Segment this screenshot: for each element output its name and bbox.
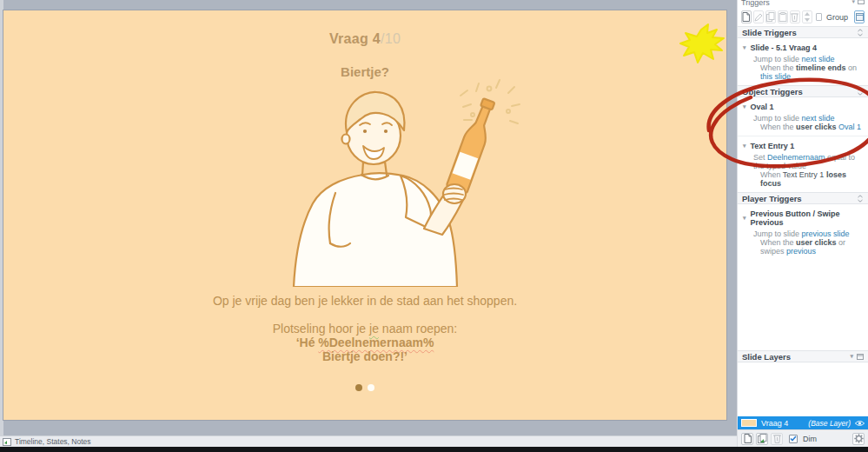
condition-text: When the bbox=[760, 238, 796, 247]
condition-text: When bbox=[760, 170, 783, 179]
check-icon bbox=[790, 435, 797, 442]
action-text: Set bbox=[753, 153, 767, 162]
panel-title-icons: ▾ bbox=[851, 0, 865, 5]
delete-trigger-button[interactable] bbox=[790, 10, 800, 23]
triggers-empty-area bbox=[738, 260, 868, 350]
action-text: Jump to slide bbox=[753, 114, 802, 123]
condition-event: user clicks bbox=[796, 123, 837, 131]
trigger-group-text-entry: ▾ Text Entry 1 Set Deelnemernaam equal t… bbox=[738, 136, 868, 192]
trigger-condition-line[interactable]: When the user clicks Oval 1 bbox=[738, 123, 868, 131]
object-triggers-header-label: Object Triggers bbox=[742, 87, 803, 96]
trigger-action-line[interactable]: Jump to slide previous slide bbox=[738, 229, 868, 238]
reorder-trigger-button[interactable] bbox=[802, 10, 812, 23]
slide-layers-header[interactable]: Slide Layers ▾ bbox=[738, 350, 868, 362]
new-trigger-button[interactable] bbox=[741, 10, 752, 23]
new-layer-button[interactable] bbox=[741, 433, 753, 445]
trigger-group-title-label: Text Entry 1 bbox=[751, 142, 795, 150]
collapse-section-icon[interactable] bbox=[857, 29, 864, 37]
panels-icon bbox=[3, 438, 11, 446]
trigger-action-line[interactable]: Set Deelnemernaam equal to the typed val… bbox=[738, 153, 868, 170]
paste-trigger-button[interactable] bbox=[778, 10, 788, 23]
slide-title-sep: /10 bbox=[381, 31, 401, 46]
chevron-down-icon[interactable]: ▾ bbox=[743, 103, 746, 110]
condition-link[interactable]: previous bbox=[786, 247, 816, 256]
player-triggers-header-label: Player Triggers bbox=[742, 194, 802, 203]
action-link[interactable]: previous slide bbox=[802, 229, 850, 238]
trigger-action-line[interactable]: Jump to slide next slide bbox=[738, 55, 868, 63]
trigger-group-title-label: Slide - 5.1 Vraag 4 bbox=[751, 43, 818, 52]
condition-text: on bbox=[846, 63, 858, 72]
action-text: Jump to slide bbox=[753, 229, 802, 238]
chevron-down-icon[interactable]: ▾ bbox=[743, 44, 746, 51]
panel-dock-icon[interactable] bbox=[857, 354, 864, 360]
condition-object: Text Entry 1 bbox=[783, 170, 826, 179]
triggers-panel: Triggers ▾ Group bbox=[737, 0, 868, 447]
slide-layers-list[interactable] bbox=[738, 362, 868, 416]
panel-title: Triggers bbox=[741, 0, 770, 7]
slide-paragraph-4: Biertje doen?!’ bbox=[3, 349, 726, 363]
panel-title-row: Triggers ▾ bbox=[738, 0, 868, 9]
condition-event: user clicks bbox=[796, 238, 837, 247]
variable-link[interactable]: Deelnemernaam bbox=[767, 153, 825, 162]
trigger-condition-line[interactable]: When the user clicks or swipes previous bbox=[738, 238, 868, 256]
man-with-beer-illustration bbox=[287, 78, 530, 287]
player-triggers-header[interactable]: Player Triggers bbox=[738, 192, 868, 204]
chevron-down-icon[interactable]: ▾ bbox=[851, 0, 855, 5]
trigger-group-title[interactable]: ▾ Text Entry 1 bbox=[738, 140, 868, 153]
group-checkbox[interactable] bbox=[816, 13, 822, 21]
condition-text: When the bbox=[760, 63, 796, 72]
panel-dock-icon[interactable] bbox=[858, 0, 865, 4]
object-triggers-header[interactable]: Object Triggers bbox=[738, 85, 868, 97]
slide-canvas[interactable]: Vraag 4/10 Biertje? bbox=[3, 10, 726, 420]
p3-text: ‘Hé bbox=[296, 336, 319, 349]
trigger-group-title[interactable]: ▾ Oval 1 bbox=[738, 101, 868, 114]
trigger-toolbar: Group bbox=[738, 9, 868, 26]
slide-paragraph-2: Plotseling hoor je je naam roepen: bbox=[3, 322, 726, 336]
trigger-view-toggle-button[interactable] bbox=[854, 10, 865, 23]
pagination-dot-2[interactable] bbox=[368, 384, 374, 391]
trigger-group-title-label: Previous Button / Swipe Previous bbox=[751, 209, 868, 227]
p2-text: Plotseling hoor je bbox=[273, 322, 369, 336]
slide-layers-toolbar: Dim bbox=[738, 429, 868, 447]
condition-event: timeline ends bbox=[796, 63, 846, 72]
trigger-group-title[interactable]: ▾ Slide - 5.1 Vraag 4 bbox=[738, 42, 868, 55]
collapse-section-icon[interactable] bbox=[857, 88, 864, 96]
base-layer-label: (Base Layer) bbox=[808, 419, 851, 428]
trigger-condition-line[interactable]: When the timeline ends on this slide bbox=[738, 63, 868, 81]
chevron-down-icon[interactable]: ▾ bbox=[743, 143, 746, 150]
slide-paragraph-1: Op je vrije dag ben je lekker in de stad… bbox=[3, 294, 726, 308]
edit-trigger-button[interactable] bbox=[753, 10, 764, 23]
slide-layers-header-label: Slide Layers bbox=[742, 352, 791, 362]
condition-text: When the bbox=[760, 123, 796, 131]
base-layer-row[interactable]: Vraag 4 (Base Layer) bbox=[738, 416, 868, 429]
chevron-down-icon[interactable]: ▾ bbox=[743, 215, 746, 222]
delete-layer-button[interactable] bbox=[771, 433, 783, 445]
trigger-group-title[interactable]: ▾ Previous Button / Swipe Previous bbox=[738, 208, 868, 229]
collapse-section-icon[interactable] bbox=[857, 195, 864, 203]
p2-text-end: naam roepen: bbox=[379, 322, 457, 336]
trigger-condition-line[interactable]: When Text Entry 1 loses focus bbox=[738, 170, 868, 188]
status-bar-label[interactable]: Timeline, States, Notes bbox=[15, 437, 91, 446]
dim-checkbox[interactable] bbox=[789, 435, 798, 443]
condition-link[interactable]: Oval 1 bbox=[838, 123, 861, 131]
slide-question: Biertje? bbox=[3, 64, 726, 79]
status-bar: Timeline, States, Notes bbox=[0, 435, 737, 447]
eye-icon[interactable] bbox=[855, 420, 865, 427]
slide-title: Vraag 4/10 bbox=[3, 31, 726, 47]
pagination-dot-1[interactable] bbox=[355, 384, 362, 391]
trigger-action-line[interactable]: Jump to slide next slide bbox=[738, 114, 868, 123]
slide-triggers-header[interactable]: Slide Triggers bbox=[738, 26, 868, 38]
layer-settings-button[interactable] bbox=[852, 433, 865, 445]
group-checkbox-label: Group bbox=[826, 13, 848, 22]
trigger-group-oval: ▾ Oval 1 Jump to slide next slide When t… bbox=[738, 97, 868, 136]
action-link[interactable]: next slide bbox=[802, 55, 835, 63]
action-text: Jump to slide bbox=[753, 55, 802, 63]
copy-trigger-button[interactable] bbox=[765, 10, 776, 23]
layer-name: Vraag 4 bbox=[761, 419, 788, 428]
yellow-scribble-annotation bbox=[679, 23, 726, 66]
chevron-down-icon[interactable]: ▾ bbox=[850, 353, 853, 360]
duplicate-layer-button[interactable] bbox=[756, 433, 768, 445]
action-link[interactable]: next slide bbox=[802, 114, 835, 123]
condition-link[interactable]: this slide bbox=[760, 72, 791, 81]
p2-spellcheck-word: je bbox=[369, 322, 379, 336]
